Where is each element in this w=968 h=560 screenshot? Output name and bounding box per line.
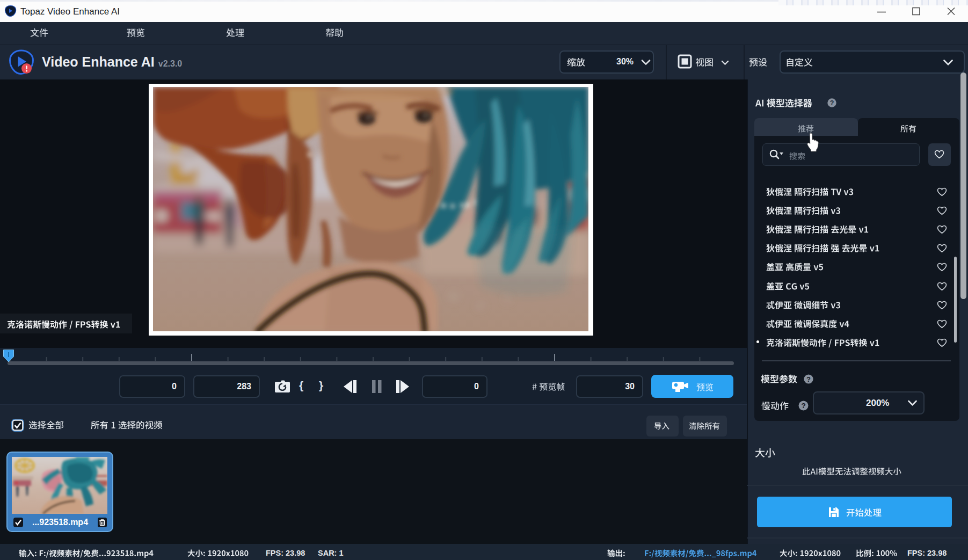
svg-text:?: ? — [801, 402, 805, 410]
svg-text:?: ? — [806, 375, 811, 383]
svg-text:?: ? — [830, 99, 834, 107]
